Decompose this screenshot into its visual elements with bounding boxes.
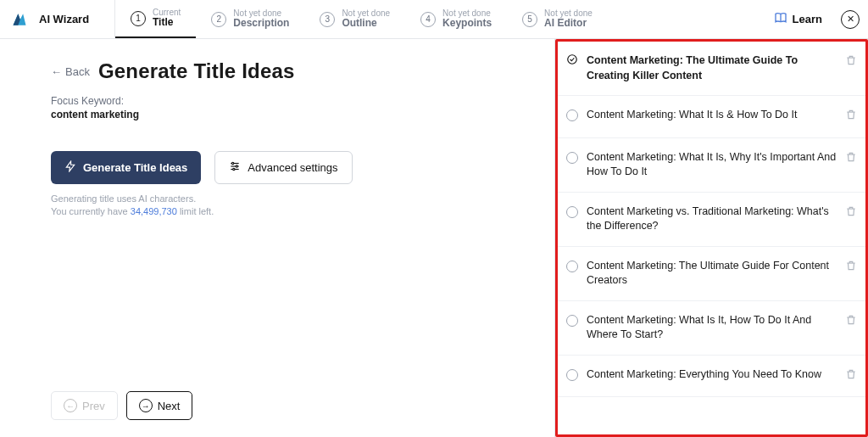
delete-result-button[interactable] xyxy=(845,260,857,289)
character-count: 34,499,730 xyxy=(131,206,177,216)
step-number-icon: 2 xyxy=(211,12,226,27)
results-highlight-box: Content Marketing: The Ultimate Guide To… xyxy=(555,39,868,437)
back-button[interactable]: ← Back xyxy=(51,65,90,78)
radio-selected-icon[interactable] xyxy=(566,53,578,83)
left-pane: ← Back Generate Title Ideas Focus Keywor… xyxy=(0,39,554,437)
arrow-left-circle-icon: ← xyxy=(64,399,77,412)
radio-unselected-icon[interactable] xyxy=(566,261,578,272)
trash-icon xyxy=(845,154,857,165)
trash-icon xyxy=(845,371,857,383)
brand-name: AI Wizard xyxy=(39,0,115,38)
arrow-right-circle-icon: → xyxy=(139,399,153,412)
character-hint: Generating title uses AI characters. You… xyxy=(51,193,520,219)
svg-point-4 xyxy=(236,165,237,167)
result-title: Content Marketing: Everything You Need T… xyxy=(587,368,821,380)
focus-keyword-value: content marketing xyxy=(51,109,520,120)
hint-line-2: You currently have 34,499,730 limit left… xyxy=(51,205,520,218)
svg-point-3 xyxy=(232,162,234,164)
arrow-left-icon: ← xyxy=(51,65,62,78)
results-list: Content Marketing: The Ultimate Guide To… xyxy=(558,42,865,397)
wizard-step-outline[interactable]: 3Not yet doneOutline xyxy=(304,0,405,38)
learn-button[interactable]: Learn xyxy=(767,8,829,31)
trash-icon xyxy=(845,208,857,220)
wizard-step-title[interactable]: 1CurrentTitle xyxy=(115,0,196,38)
generate-title-ideas-button[interactable]: Generate Title Ideas xyxy=(51,151,201,184)
trash-icon xyxy=(845,57,857,69)
radio-unselected-icon[interactable] xyxy=(566,315,578,327)
svg-point-6 xyxy=(568,55,577,64)
result-title: Content Marketing: What It Is & How To D… xyxy=(587,109,797,120)
page-title: Generate Title Ideas xyxy=(98,59,295,83)
hint-line-1: Generating title uses AI characters. xyxy=(51,193,520,205)
delete-result-button[interactable] xyxy=(845,151,857,180)
radio-unselected-icon[interactable] xyxy=(566,109,578,121)
result-item[interactable]: Content Marketing: What Is It, How To Do… xyxy=(558,301,865,356)
trash-icon xyxy=(845,111,857,123)
prev-label: Prev xyxy=(82,400,105,412)
result-item[interactable]: Content Marketing: What It Is, Why It's … xyxy=(558,138,865,193)
back-label: Back xyxy=(65,65,90,78)
wizard-step-keypoints[interactable]: 4Not yet doneKeypoints xyxy=(405,0,507,38)
delete-result-button[interactable] xyxy=(845,54,857,83)
wizard-steps: 1CurrentTitle2Not yet doneDescription3No… xyxy=(115,0,608,38)
app-logo xyxy=(0,11,39,28)
close-button[interactable]: ✕ xyxy=(841,10,860,29)
step-name: AI Editor xyxy=(544,18,593,29)
result-item[interactable]: Content Marketing vs. Traditional Market… xyxy=(558,193,865,247)
delete-result-button[interactable] xyxy=(845,109,857,126)
step-number-icon: 4 xyxy=(420,12,436,27)
advanced-settings-button[interactable]: Advanced settings xyxy=(214,151,352,184)
trash-icon xyxy=(845,262,857,274)
result-title: Content Marketing: What Is It, How To Do… xyxy=(587,314,811,341)
result-title: Content Marketing vs. Traditional Market… xyxy=(587,205,829,233)
step-number-icon: 1 xyxy=(131,11,146,26)
focus-keyword-label: Focus Keyword: xyxy=(51,95,520,107)
svg-point-5 xyxy=(233,168,235,170)
results-pane: Content Marketing: The Ultimate Guide To… xyxy=(554,39,868,437)
topbar: AI Wizard 1CurrentTitle2Not yet doneDesc… xyxy=(0,0,868,39)
close-icon: ✕ xyxy=(847,14,854,25)
wizard-step-description[interactable]: 2Not yet doneDescription xyxy=(196,0,304,38)
radio-unselected-icon[interactable] xyxy=(566,152,578,164)
step-number-icon: 3 xyxy=(320,12,335,27)
result-title: Content Marketing: The Ultimate Guide To… xyxy=(587,54,798,81)
sliders-icon xyxy=(229,160,241,175)
main: ← Back Generate Title Ideas Focus Keywor… xyxy=(0,39,868,437)
delete-result-button[interactable] xyxy=(845,368,857,385)
result-title: Content Marketing: The Ultimate Guide Fo… xyxy=(587,260,829,287)
delete-result-button[interactable] xyxy=(845,205,857,234)
next-label: Next xyxy=(158,400,181,412)
wizard-step-ai-editor[interactable]: 5Not yet doneAI Editor xyxy=(507,0,608,38)
next-button[interactable]: → Next xyxy=(126,391,193,420)
prev-button: ← Prev xyxy=(51,391,118,420)
learn-label: Learn xyxy=(793,13,822,25)
radio-unselected-icon[interactable] xyxy=(566,206,578,218)
step-name: Keypoints xyxy=(442,18,492,29)
sparkle-icon xyxy=(64,160,76,175)
trash-icon xyxy=(845,317,857,328)
result-item[interactable]: Content Marketing: The Ultimate Guide To… xyxy=(558,42,865,96)
generate-button-label: Generate Title Ideas xyxy=(83,161,187,174)
advanced-button-label: Advanced settings xyxy=(248,161,337,174)
result-item[interactable]: Content Marketing: Everything You Need T… xyxy=(558,356,865,398)
step-name: Title xyxy=(153,17,181,28)
step-name: Outline xyxy=(342,18,390,29)
result-title: Content Marketing: What It Is, Why It's … xyxy=(587,151,836,178)
radio-unselected-icon[interactable] xyxy=(566,369,578,381)
book-icon xyxy=(774,11,787,27)
step-name: Description xyxy=(233,18,289,29)
delete-result-button[interactable] xyxy=(845,314,857,343)
result-item[interactable]: Content Marketing: What It Is & How To D… xyxy=(558,96,865,138)
result-item[interactable]: Content Marketing: The Ultimate Guide Fo… xyxy=(558,247,865,301)
step-number-icon: 5 xyxy=(522,12,537,27)
